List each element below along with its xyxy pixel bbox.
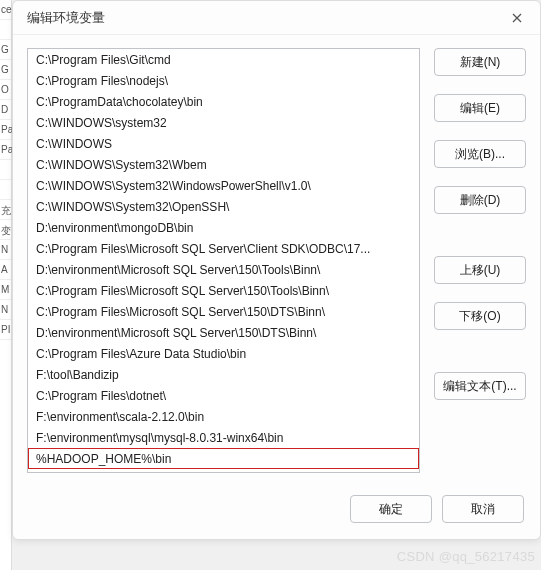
path-list[interactable]: C:\Program Files\Git\cmdC:\Program Files… [27, 48, 420, 473]
dialog-title: 编辑环境变量 [27, 9, 105, 27]
background-fragment: Pa [0, 120, 11, 140]
background-fragment: 充 [0, 200, 11, 220]
list-item[interactable]: C:\WINDOWS\System32\Wbem [28, 154, 419, 175]
background-fragment: G [0, 60, 11, 80]
background-fragment: D [0, 100, 11, 120]
dialog-bottom-bar: 确定 取消 [13, 483, 540, 539]
list-item[interactable]: D:\environment\Microsoft SQL Server\150\… [28, 322, 419, 343]
cancel-button[interactable]: 取消 [442, 495, 524, 523]
list-item[interactable]: C:\Program Files\dotnet\ [28, 385, 419, 406]
edit-button[interactable]: 编辑(E) [434, 94, 526, 122]
background-fragment: Pa [0, 140, 11, 160]
watermark-text: CSDN @qq_56217435 [397, 549, 535, 564]
list-item[interactable]: C:\Program Files\Microsoft SQL Server\Cl… [28, 238, 419, 259]
background-fragment [0, 20, 11, 40]
background-fragment: N [0, 300, 11, 320]
list-item[interactable]: C:\ProgramData\chocolatey\bin [28, 91, 419, 112]
list-item[interactable]: C:\Program Files\nodejs\ [28, 70, 419, 91]
background-fragment: A [0, 260, 11, 280]
delete-button[interactable]: 删除(D) [434, 186, 526, 214]
list-item[interactable]: C:\Program Files\Microsoft SQL Server\15… [28, 301, 419, 322]
new-button[interactable]: 新建(N) [434, 48, 526, 76]
background-left-edge: ceGGODPaPa充变NAMNPI [0, 0, 12, 570]
background-fragment [0, 180, 11, 200]
list-item[interactable]: C:\WINDOWS\system32 [28, 112, 419, 133]
background-fragment: G [0, 40, 11, 60]
list-item[interactable]: C:\Program Files\Azure Data Studio\bin [28, 343, 419, 364]
dialog-content: C:\Program Files\Git\cmdC:\Program Files… [13, 35, 540, 483]
move-down-button[interactable]: 下移(O) [434, 302, 526, 330]
browse-button[interactable]: 浏览(B)... [434, 140, 526, 168]
list-item[interactable]: F:\tool\Bandizip [28, 364, 419, 385]
dialog-titlebar: 编辑环境变量 [13, 1, 540, 35]
background-fragment: M [0, 280, 11, 300]
ok-button[interactable]: 确定 [350, 495, 432, 523]
background-fragment [0, 160, 11, 180]
list-item[interactable]: D:\environment\mongoDB\bin [28, 217, 419, 238]
close-icon[interactable] [506, 7, 528, 29]
background-fragment: O [0, 80, 11, 100]
list-item[interactable]: C:\Program Files\Git\cmd [28, 49, 419, 70]
background-fragment: 变 [0, 220, 11, 240]
edit-env-var-dialog: 编辑环境变量 C:\Program Files\Git\cmdC:\Progra… [12, 0, 541, 540]
list-item[interactable]: %HADOOP_HOME%\bin [28, 448, 419, 469]
side-buttons-column: 新建(N) 编辑(E) 浏览(B)... 删除(D) 上移(U) 下移(O) 编… [434, 48, 526, 473]
list-item[interactable]: D:\environment\Microsoft SQL Server\150\… [28, 259, 419, 280]
background-fragment: PI [0, 320, 11, 340]
edit-text-button[interactable]: 编辑文本(T)... [434, 372, 526, 400]
move-up-button[interactable]: 上移(U) [434, 256, 526, 284]
list-item[interactable]: F:\environment\scala-2.12.0\bin [28, 406, 419, 427]
background-fragment: N [0, 240, 11, 260]
list-item[interactable]: C:\WINDOWS\System32\WindowsPowerShell\v1… [28, 175, 419, 196]
background-fragment: ce [0, 0, 11, 20]
list-item[interactable]: C:\WINDOWS [28, 133, 419, 154]
list-item[interactable]: F:\environment\mysql\mysql-8.0.31-winx64… [28, 427, 419, 448]
list-item[interactable]: C:\WINDOWS\System32\OpenSSH\ [28, 196, 419, 217]
list-item[interactable]: C:\Program Files\Microsoft SQL Server\15… [28, 280, 419, 301]
